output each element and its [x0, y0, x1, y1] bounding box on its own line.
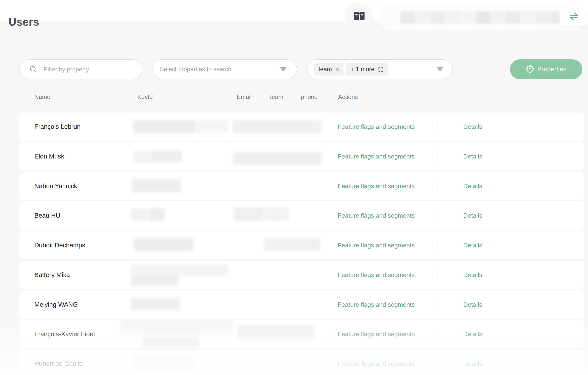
redacted-cell-value: [131, 275, 179, 286]
feature-flags-link[interactable]: Feature flags and segments: [338, 360, 415, 367]
chevron-down-icon: [437, 67, 443, 72]
chevron-down-icon: [280, 67, 286, 72]
column-header-keyid: KeyId: [137, 94, 153, 101]
actions-divider: [437, 358, 438, 369]
redacted-block: [521, 11, 536, 24]
table-row: François-Xavier FidelFeature flags and s…: [19, 320, 584, 348]
redacted-cell-value: [132, 179, 181, 192]
user-name: Duboit Dechamps: [34, 241, 85, 249]
details-link[interactable]: Details: [463, 331, 482, 338]
properties-button-label: Properties: [537, 66, 566, 73]
properties-search-select[interactable]: Select properties to search: [152, 59, 297, 79]
redacted-block: [416, 11, 430, 24]
column-header-email: Email: [237, 94, 252, 101]
actions-divider: [437, 240, 438, 250]
table-row: Elon MuskFeature flags and segmentsDetai…: [19, 142, 584, 170]
column-header-team: team: [270, 94, 284, 101]
remove-chip-icon[interactable]: ×: [336, 66, 339, 73]
property-filter-input[interactable]: [43, 60, 134, 79]
redacted-cell-value: [233, 120, 322, 133]
redacted-block: [476, 11, 491, 24]
redacted-cell-value: [149, 208, 165, 221]
selected-properties-select[interactable]: team × + 1 more: [307, 59, 452, 79]
redacted-cell-value: [238, 325, 314, 340]
user-name: François Lebrun: [34, 123, 81, 130]
properties-button[interactable]: Properties: [510, 59, 582, 79]
details-link[interactable]: Details: [463, 242, 482, 249]
documentation-button[interactable]: [345, 2, 373, 31]
actions-divider: [437, 299, 438, 310]
actions-divider: [437, 210, 438, 221]
account-context-pill[interactable]: [378, 3, 587, 31]
users-page: { "page_title": "Users", "topbar": { "do…: [0, 0, 588, 375]
switch-workspace-button[interactable]: [559, 7, 588, 26]
redacted-cell-value: [120, 320, 233, 335]
user-name: Beau HU: [34, 212, 60, 219]
redacted-block: [505, 11, 521, 24]
user-name: Battery Mika: [34, 271, 70, 279]
chip-team[interactable]: team ×: [314, 63, 344, 75]
redacted-cell-value: [131, 265, 228, 275]
redacted-block: [445, 11, 460, 24]
feature-flags-link[interactable]: Feature flags and segments: [338, 153, 415, 160]
details-link[interactable]: Details: [463, 153, 482, 160]
redacted-cell-value: [233, 152, 322, 165]
feature-flags-link[interactable]: Feature flags and segments: [338, 183, 415, 190]
table-row: Nabrin YannickFeature flags and segments…: [19, 172, 584, 200]
column-header-phone: phone: [301, 94, 318, 101]
feature-flags-link[interactable]: Feature flags and segments: [338, 301, 415, 308]
redacted-cell-value: [134, 151, 151, 162]
next-section-bar: [23, 373, 584, 375]
chip-team-label: team: [318, 66, 332, 73]
details-link[interactable]: Details: [463, 123, 482, 130]
table-row: Hubert de GaulleFeature flags and segmen…: [19, 350, 584, 375]
redacted-cell-value: [264, 239, 320, 251]
details-link[interactable]: Details: [463, 301, 482, 308]
feature-flags-link[interactable]: Feature flags and segments: [338, 331, 415, 338]
details-link[interactable]: Details: [463, 183, 482, 190]
expand-icon: [378, 66, 384, 72]
feature-flags-link[interactable]: Feature flags and segments: [338, 271, 415, 279]
swap-arrows-icon: [568, 11, 580, 22]
user-name: François-Xavier Fidel: [34, 330, 95, 338]
redacted-cell-value: [151, 151, 182, 162]
select-placeholder: Select properties to search: [160, 66, 231, 73]
actions-divider: [437, 181, 438, 191]
redacted-block: [400, 11, 416, 24]
table-header-row: NameKeyIdEmailteamphoneActions: [19, 91, 584, 103]
table-row: Battery MikaFeature flags and segmentsDe…: [19, 261, 584, 289]
redacted-block: [460, 11, 476, 24]
gear-icon: [526, 65, 534, 73]
property-filter-field[interactable]: [19, 59, 142, 79]
search-icon: [29, 65, 38, 73]
user-name: Meiying WANG: [34, 301, 78, 308]
selected-property-chips: team × + 1 more: [314, 63, 388, 75]
redacted-cell-value: [131, 298, 180, 310]
table-row: Duboit DechampsFeature flags and segment…: [19, 231, 584, 259]
user-name: Hubert de Gaulle: [34, 360, 83, 367]
page-title: Users: [9, 16, 39, 28]
redacted-block: [430, 11, 445, 24]
actions-divider: [437, 270, 438, 280]
redacted-cell-value: [196, 120, 229, 133]
user-name: Nabrin Yannick: [34, 182, 77, 190]
redacted-cell-value: [134, 120, 196, 133]
open-book-icon: [353, 10, 366, 23]
details-link[interactable]: Details: [463, 271, 482, 279]
redacted-cell-value: [134, 239, 194, 251]
chip-more-label: + 1 more: [351, 66, 374, 73]
actions-divider: [437, 329, 438, 339]
user-name: Elon Musk: [34, 153, 64, 160]
feature-flags-link[interactable]: Feature flags and segments: [338, 242, 415, 249]
redacted-block: [536, 11, 550, 24]
details-link[interactable]: Details: [463, 212, 482, 219]
redacted-cell-value: [143, 337, 199, 347]
actions-divider: [437, 121, 438, 132]
table-row: Meiying WANGFeature flags and segmentsDe…: [19, 291, 584, 319]
feature-flags-link[interactable]: Feature flags and segments: [338, 123, 415, 130]
redacted-block: [550, 11, 560, 24]
feature-flags-link[interactable]: Feature flags and segments: [338, 212, 415, 219]
chip-more[interactable]: + 1 more: [346, 63, 388, 75]
details-link[interactable]: Details: [463, 360, 482, 367]
column-header-name: Name: [34, 94, 51, 101]
